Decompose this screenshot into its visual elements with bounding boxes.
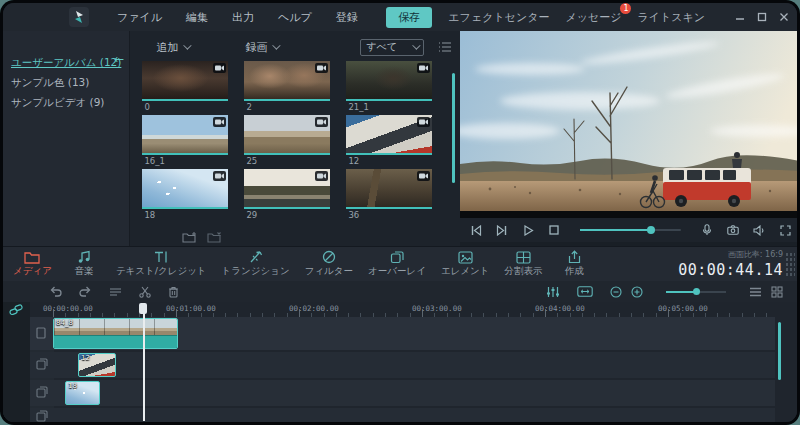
- pip-track-icon: [36, 358, 48, 370]
- pip-track-2[interactable]: [30, 352, 775, 378]
- list-view-icon[interactable]: [438, 41, 452, 53]
- tab-media[interactable]: メディア: [13, 250, 52, 278]
- grid-view-icon[interactable]: [771, 286, 783, 298]
- menu-export[interactable]: 出力: [232, 10, 254, 25]
- zoom-in-icon[interactable]: [631, 286, 643, 298]
- tab-label: 分割表示: [505, 265, 543, 278]
- ruler-label: 00:00:00.00: [43, 304, 93, 313]
- media-filter-select[interactable]: すべて: [360, 39, 424, 56]
- add-media-dropdown[interactable]: 追加: [156, 40, 189, 55]
- sidebar-item-user-album[interactable]: ユーザーアルバム (12): [3, 53, 129, 73]
- pip-track-3[interactable]: [30, 380, 775, 406]
- snapshot-camera-icon[interactable]: [721, 221, 745, 239]
- sidebar-item-sample-video[interactable]: サンプルビデオ (9): [3, 93, 129, 113]
- app-window: ファイル 編集 出力 ヘルプ 登録 保存 エフェクトセンター メッセージ 1 ラ…: [3, 3, 797, 422]
- previous-frame-button[interactable]: [464, 221, 488, 239]
- media-item[interactable]: 36: [346, 169, 432, 222]
- track-list-icon[interactable]: [749, 287, 762, 297]
- video-clip-icon: [213, 171, 226, 181]
- tab-label: 作成: [565, 265, 584, 278]
- zoom-knob[interactable]: [693, 288, 700, 295]
- collapse-sidebar-icon[interactable]: ←: [114, 53, 124, 65]
- playhead-line[interactable]: [143, 303, 145, 421]
- media-item[interactable]: 21_1: [346, 61, 432, 114]
- delete-folder-icon[interactable]: [207, 231, 222, 243]
- tab-music[interactable]: 音楽: [67, 250, 101, 278]
- video-clip-icon: [213, 63, 226, 73]
- tab-label: オーバーレイ: [368, 265, 426, 278]
- stop-button[interactable]: [542, 221, 566, 239]
- media-item[interactable]: 12: [346, 115, 432, 168]
- clip-label: 84_8: [56, 319, 73, 327]
- timeline-gutter: [3, 302, 30, 422]
- maximize-icon[interactable]: [757, 12, 767, 22]
- audio-mixer-icon[interactable]: [546, 286, 560, 298]
- media-item[interactable]: 25: [244, 115, 330, 168]
- tab-create[interactable]: 作成: [558, 250, 592, 278]
- link-clips-icon[interactable]: [9, 304, 23, 316]
- seek-slider[interactable]: [580, 229, 681, 231]
- media-item-label: 21_1: [346, 101, 432, 114]
- light-skin-button[interactable]: ライトスキン: [637, 10, 705, 25]
- volume-icon[interactable]: [747, 221, 771, 239]
- clip-label: 18: [68, 382, 77, 390]
- media-item[interactable]: 29: [244, 169, 330, 222]
- add-folder-icon[interactable]: [182, 231, 197, 243]
- tab-label: フィルター: [305, 265, 353, 278]
- tab-transition[interactable]: トランジション: [222, 250, 290, 278]
- timeline: 00:00:00.00 00:01:00.00 00:02:00.00 00:0…: [3, 302, 797, 422]
- minimize-icon[interactable]: [735, 12, 745, 22]
- pip-track-4[interactable]: [30, 408, 775, 422]
- timeline-zoom-slider[interactable]: [666, 291, 726, 293]
- media-item-label: 0: [142, 101, 228, 114]
- record-dropdown[interactable]: 録画: [245, 40, 278, 55]
- aspect-ratio-label: 画面比率: 16:9: [678, 249, 783, 260]
- menu-register[interactable]: 登録: [336, 10, 358, 25]
- tab-filter[interactable]: フィルター: [305, 250, 353, 278]
- zoom-to-fit-icon[interactable]: [577, 286, 593, 297]
- clip-properties-icon[interactable]: [109, 287, 122, 297]
- timeline-toolbar: [3, 281, 797, 302]
- next-frame-button[interactable]: [490, 221, 514, 239]
- panel-resize-gripper[interactable]: [785, 252, 795, 278]
- timeline-clip[interactable]: 18: [65, 381, 100, 405]
- save-button[interactable]: 保存: [386, 7, 432, 28]
- tab-overlay[interactable]: オーバーレイ: [368, 250, 426, 278]
- tab-split-screen[interactable]: 分割表示: [505, 251, 543, 278]
- media-item[interactable]: 0: [142, 61, 228, 114]
- tab-element[interactable]: エレメント: [441, 251, 490, 278]
- message-button[interactable]: メッセージ 1: [565, 10, 621, 25]
- media-item-label: 12: [346, 155, 432, 168]
- undo-icon[interactable]: [49, 286, 62, 297]
- media-item[interactable]: 16_1: [142, 115, 228, 168]
- menu-edit[interactable]: 編集: [186, 10, 208, 25]
- fullscreen-icon[interactable]: [773, 221, 797, 239]
- tab-text-credit[interactable]: テキスト/クレジット: [116, 250, 207, 278]
- ruler-label: 00:04:00.00: [535, 304, 585, 313]
- tab-label: トランジション: [222, 265, 290, 278]
- media-item[interactable]: 2: [244, 61, 330, 114]
- menu-help[interactable]: ヘルプ: [278, 10, 312, 25]
- timeline-ruler[interactable]: 00:00:00.00 00:01:00.00 00:02:00.00 00:0…: [3, 302, 797, 317]
- split-scissors-icon[interactable]: [139, 286, 151, 298]
- microphone-icon[interactable]: [695, 221, 719, 239]
- redo-icon[interactable]: [79, 286, 92, 297]
- sidebar-item-sample-colors[interactable]: サンプル色 (13): [3, 73, 129, 93]
- menu-file[interactable]: ファイル: [117, 10, 162, 25]
- media-scrollbar[interactable]: [452, 73, 455, 183]
- media-item[interactable]: 18: [142, 169, 228, 222]
- playhead-handle[interactable]: [139, 303, 147, 314]
- tab-label: メディア: [13, 265, 52, 278]
- seek-knob[interactable]: [647, 226, 655, 234]
- pip-track-icon: [36, 410, 48, 422]
- timeline-clip[interactable]: 84_8: [53, 318, 178, 349]
- timeline-scrollbar[interactable]: [778, 322, 781, 380]
- zoom-out-icon[interactable]: [610, 286, 622, 298]
- media-item-label: 2: [244, 101, 330, 114]
- effect-center-button[interactable]: エフェクトセンター: [448, 10, 549, 25]
- timeline-clip[interactable]: 12: [78, 353, 116, 377]
- tab-label: エレメント: [441, 265, 490, 278]
- play-button[interactable]: [516, 221, 540, 239]
- delete-trash-icon[interactable]: [168, 286, 179, 298]
- close-icon[interactable]: [779, 12, 789, 22]
